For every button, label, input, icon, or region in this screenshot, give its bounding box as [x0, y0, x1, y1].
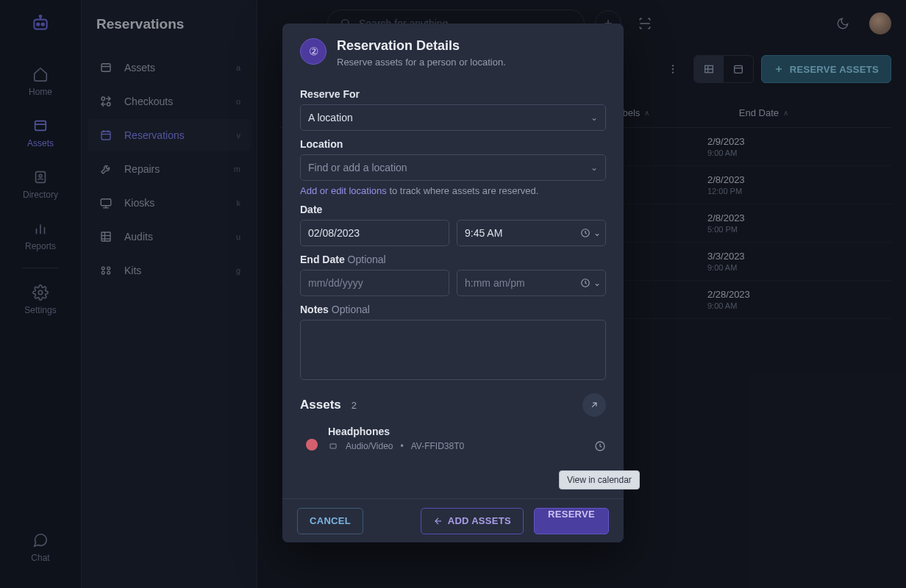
asset-list-item[interactable]: Headphones Audio/Video • AV-FFID38T0: [300, 426, 606, 452]
arrow-left-icon: [433, 516, 443, 526]
edit-locations-link[interactable]: Add or edit locations: [300, 185, 387, 196]
chevron-down-icon: ⌄: [593, 278, 601, 288]
expand-icon: [589, 400, 599, 410]
asset-id: AV-FFID38T0: [411, 441, 464, 451]
notes-label: Notes Optional: [300, 304, 606, 315]
date-input[interactable]: 02/08/2023: [300, 220, 449, 246]
add-assets-button[interactable]: ADD ASSETS: [421, 508, 524, 534]
cancel-button[interactable]: CANCEL: [297, 508, 363, 534]
clock-icon: [594, 440, 606, 452]
assets-count: 2: [352, 400, 357, 411]
end-date-label: End Date Optional: [300, 254, 606, 265]
assets-section-header: Assets 2: [300, 393, 606, 417]
end-date-input[interactable]: mm/dd/yyyy: [300, 270, 449, 296]
modal-header: ② Reservation Details Reserve assets for…: [282, 24, 624, 78]
select-value: A location: [308, 112, 353, 123]
reserve-for-label: Reserve For: [300, 88, 606, 100]
category-icon: [328, 442, 338, 451]
view-calendar-button[interactable]: [582, 393, 606, 417]
notes-textarea[interactable]: [300, 320, 606, 380]
clock-icon: [580, 228, 591, 238]
time-picker-button[interactable]: ⌄: [580, 278, 601, 288]
clock-icon: [580, 278, 591, 288]
step-badge: ②: [300, 38, 327, 65]
modal-subtitle: Reserve assets for a person or location.: [337, 57, 506, 68]
modal-body: Reserve For A location ⌄ Location Find o…: [282, 78, 624, 498]
assets-title: Assets: [300, 398, 341, 412]
chevron-down-icon: ⌄: [591, 112, 598, 123]
reserve-for-select[interactable]: A location ⌄: [300, 104, 606, 131]
reserve-button[interactable]: RESERVE: [534, 508, 609, 534]
asset-name: Headphones: [328, 426, 606, 437]
end-time-input[interactable]: h:mm am/pm ⌄: [457, 270, 606, 296]
reservation-modal: ② Reservation Details Reserve assets for…: [282, 24, 624, 542]
chevron-down-icon: ⌄: [591, 162, 598, 173]
svg-line-49: [592, 403, 596, 407]
location-label: Location: [300, 138, 606, 150]
tooltip: View in calendar: [559, 470, 640, 490]
location-helper: Add or edit locations to track where ass…: [300, 185, 606, 196]
select-placeholder: Find or add a location: [308, 162, 407, 173]
time-picker-button[interactable]: ⌄: [580, 228, 601, 238]
date-label: Date: [300, 204, 606, 215]
location-select[interactable]: Find or add a location ⌄: [300, 154, 606, 181]
svg-rect-50: [330, 444, 336, 448]
status-dot: [306, 439, 318, 451]
chevron-down-icon: ⌄: [593, 228, 601, 238]
time-input[interactable]: 9:45 AM ⌄: [457, 220, 606, 246]
modal-footer: CANCEL ADD ASSETS RESERVE: [282, 498, 624, 542]
modal-title: Reservation Details: [337, 38, 506, 54]
asset-category: Audio/Video: [346, 441, 393, 451]
